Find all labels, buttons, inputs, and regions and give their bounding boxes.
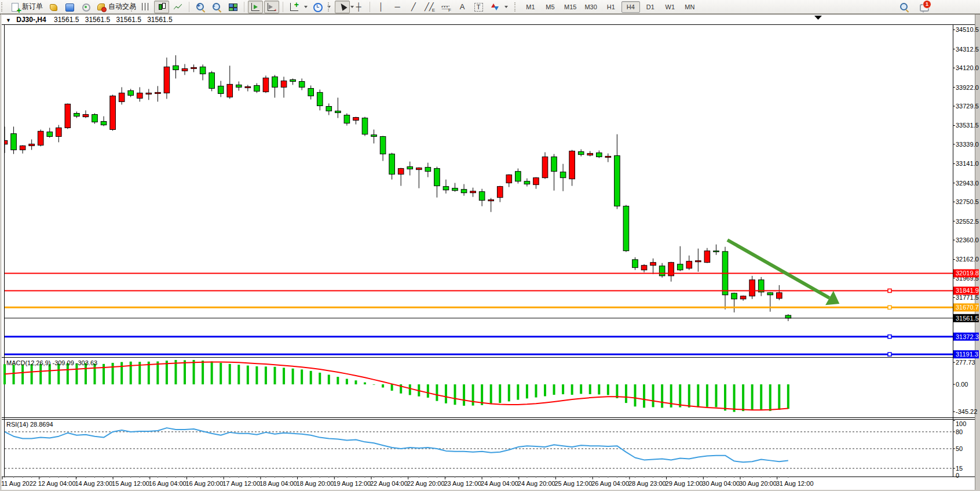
macd-bar (571, 384, 573, 395)
candle (407, 167, 413, 169)
macd-bar (607, 384, 609, 395)
toolbar-group-timeframes: M1M5M15M30H1H4D1W1MN (514, 0, 699, 13)
candle (686, 261, 692, 268)
timeframe-button-h4[interactable]: H4 (621, 1, 640, 13)
chat-button[interactable]: 1 (916, 1, 931, 13)
tile-windows-button[interactable] (225, 1, 240, 13)
auto-scroll-button[interactable] (248, 1, 263, 13)
indicators-dropdown-arrow[interactable] (304, 6, 308, 8)
candlestick-chart-icon (156, 2, 167, 12)
macd-bar (481, 384, 483, 405)
price-axis-label: 32360.0 (956, 237, 979, 243)
price-axis-label: 33141.0 (956, 160, 979, 167)
time-axis-label: 26 Aug 04:00 (591, 480, 629, 487)
shapes-button[interactable] (487, 1, 502, 13)
vertical-line-button[interactable]: │ (374, 1, 389, 13)
toolbar-grip (131, 2, 134, 12)
indicators-icon: + (289, 2, 299, 12)
price-axis-label: 34312.5 (956, 46, 979, 53)
price-axis-label: 33922.0 (956, 84, 979, 91)
one-click-trading-arrow-icon[interactable]: ▼ (6, 17, 11, 23)
horizontal-line-icon: ─ (392, 2, 403, 12)
timeframe-button-m15[interactable]: M15 (561, 1, 580, 13)
macd-bar (562, 384, 564, 394)
macd-bar (742, 384, 744, 411)
signals-button[interactable] (78, 1, 93, 13)
macd-bar (535, 384, 537, 398)
macd-bar (57, 364, 60, 384)
timeframe-button-m1[interactable]: M1 (521, 1, 540, 13)
time-axis-label: 25 Aug 12:00 (555, 480, 593, 487)
tile-windows-icon (228, 2, 238, 12)
metaeditor-button[interactable] (46, 1, 61, 13)
rsi-axis-label: 100 (956, 420, 966, 427)
time-axis-label: 18 Aug 04:00 (259, 480, 297, 487)
macd-bar (733, 384, 736, 412)
text-button[interactable]: A (455, 1, 470, 13)
macd-bar (625, 384, 627, 403)
macd-bar (94, 363, 96, 384)
macd-bar (75, 363, 78, 384)
trendline-button[interactable]: ╱ (406, 1, 421, 13)
macd-bar (391, 384, 393, 391)
zoom-out-icon: - (211, 2, 222, 12)
price-badge-31841.9-text: 31841.9 (956, 287, 979, 294)
timeframe-button-m5[interactable]: M5 (541, 1, 560, 13)
search-button[interactable] (897, 1, 912, 13)
indicators-button[interactable]: + (287, 1, 302, 13)
toolbar-group-chart-type: + - + + (131, 0, 355, 13)
line-handle[interactable] (888, 335, 891, 339)
crosshair-icon: ┼ (353, 2, 364, 12)
channel-button[interactable]: ╱╱E (422, 1, 437, 13)
candle (677, 264, 683, 270)
candle (182, 68, 188, 71)
timeframe-button-mn[interactable]: MN (681, 1, 699, 13)
chat-icon: 1 (919, 2, 929, 12)
macd-bar (364, 383, 366, 384)
macd-bar (706, 384, 708, 407)
candle (20, 146, 25, 150)
periods-button[interactable] (310, 1, 325, 13)
time-axis-label: 16 Aug 20:00 (186, 480, 224, 487)
text-label-button[interactable]: T (471, 1, 486, 13)
zoom-in-button[interactable]: + (193, 1, 208, 13)
time-axis-label: 23 Aug 12:00 (444, 480, 481, 487)
crosshair-button[interactable]: ┼ (351, 1, 366, 13)
macd-bar (274, 367, 276, 384)
candle (110, 96, 116, 129)
rsi-axis-label: 0 (956, 472, 959, 479)
line-handle[interactable] (888, 352, 891, 356)
price-axis-label: 33531.5 (956, 122, 979, 129)
market-watch-button[interactable] (62, 1, 77, 13)
shapes-dropdown-arrow[interactable] (504, 6, 508, 8)
bar-chart-button[interactable] (138, 1, 153, 13)
horizontal-line-button[interactable]: ─ (390, 1, 405, 13)
fibonacci-button[interactable]: ⋯F (438, 1, 454, 13)
candle (200, 67, 206, 74)
candle (542, 157, 548, 178)
cursor-icon (337, 2, 348, 12)
new-order-button[interactable]: + 新订单 (8, 1, 45, 13)
macd-bar (544, 384, 546, 396)
clock-icon (312, 2, 323, 12)
timeframe-button-w1[interactable]: W1 (661, 1, 679, 13)
macd-bar (454, 384, 456, 405)
line-handle[interactable] (888, 305, 891, 309)
timeframe-button-m30[interactable]: M30 (581, 1, 600, 13)
candle (714, 251, 719, 252)
macd-axis-label: 277.73 (956, 359, 975, 366)
chart-canvas[interactable]: 34510.534312.534120.033922.033729.533531… (0, 0, 980, 491)
candlestick-chart-button[interactable] (154, 1, 169, 13)
cursor-button[interactable] (335, 1, 350, 13)
candle (11, 134, 17, 150)
timeframe-button-h1[interactable]: H1 (602, 1, 620, 13)
chart-shift-button[interactable]: + (264, 1, 279, 13)
timeframe-button-d1[interactable]: D1 (641, 1, 660, 13)
price-axis-label: 31771.5 (956, 294, 979, 301)
line-handle[interactable] (888, 289, 891, 292)
zoom-out-button[interactable]: - (209, 1, 224, 13)
candle (236, 85, 242, 87)
macd-bar (112, 363, 114, 384)
line-chart-button[interactable] (170, 1, 185, 13)
candle (74, 113, 80, 116)
